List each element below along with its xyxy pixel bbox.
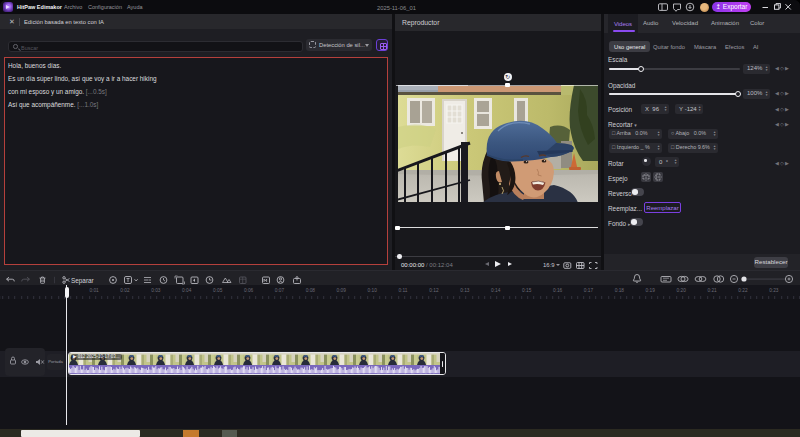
svg-text:Separar: Separar [71, 276, 95, 284]
